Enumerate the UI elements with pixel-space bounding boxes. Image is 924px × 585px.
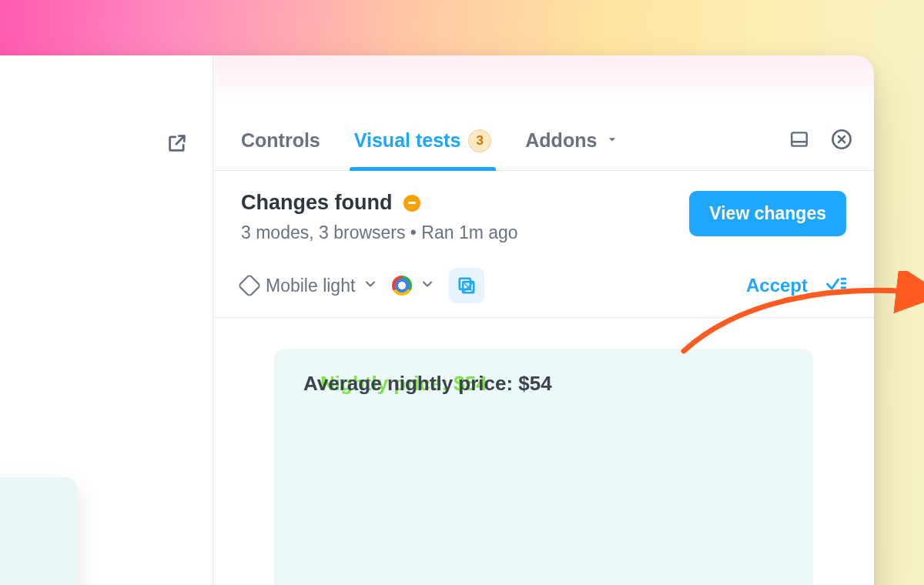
tab-label: Visual tests bbox=[354, 129, 461, 152]
tab-badge: 3 bbox=[468, 129, 491, 152]
tab-visual-tests[interactable]: Visual tests 3 bbox=[354, 111, 492, 170]
view-changes-button[interactable]: View changes bbox=[689, 191, 846, 236]
chrome-icon bbox=[392, 276, 412, 296]
filters-row: Mobile light bbox=[241, 268, 846, 303]
open-external-icon[interactable] bbox=[166, 132, 188, 154]
accept-group: Accept bbox=[746, 272, 846, 299]
batch-accept-icon[interactable] bbox=[825, 272, 846, 299]
diamond-icon bbox=[237, 273, 261, 297]
detail-pane: Controls Visual tests 3 Addons bbox=[213, 111, 874, 585]
diff-toggle-button[interactable] bbox=[449, 268, 484, 303]
price-bar-chart bbox=[303, 441, 784, 585]
chevron-down-icon bbox=[420, 276, 435, 296]
summary-subtitle: 3 modes, 3 browsers • Ran 1m ago bbox=[241, 222, 518, 243]
peek-card bbox=[0, 477, 77, 585]
summary-bar: Changes found 3 modes, 3 browsers • Ran … bbox=[213, 171, 874, 318]
tab-addons[interactable]: Addons bbox=[525, 111, 620, 170]
svg-rect-0 bbox=[792, 132, 807, 145]
tab-label: Controls bbox=[241, 129, 320, 152]
chart-title: Average nightly price: $54 bbox=[303, 372, 784, 396]
tabs-actions bbox=[789, 129, 852, 153]
warn-dot-icon bbox=[403, 195, 420, 212]
tab-controls[interactable]: Controls bbox=[241, 111, 320, 170]
mode-selector[interactable]: Mobile light bbox=[241, 276, 378, 296]
tab-label: Addons bbox=[525, 129, 597, 152]
tabs-bar: Controls Visual tests 3 Addons bbox=[213, 111, 874, 171]
accept-button[interactable]: Accept bbox=[746, 275, 808, 296]
close-icon[interactable] bbox=[831, 129, 852, 153]
price-chart-card: Nightly price: $54 Average nightly price… bbox=[274, 349, 813, 585]
chevron-down-icon bbox=[363, 276, 378, 296]
story-viewport: Nightly price: $54 Average nightly price… bbox=[213, 318, 874, 585]
app-window: Controls Visual tests 3 Addons bbox=[0, 55, 874, 585]
panel-bottom-icon[interactable] bbox=[789, 129, 809, 152]
chevron-down-icon bbox=[604, 129, 620, 152]
mode-label: Mobile light bbox=[266, 276, 355, 296]
browser-selector[interactable] bbox=[392, 276, 435, 296]
summary-title: Changes found bbox=[241, 191, 393, 215]
